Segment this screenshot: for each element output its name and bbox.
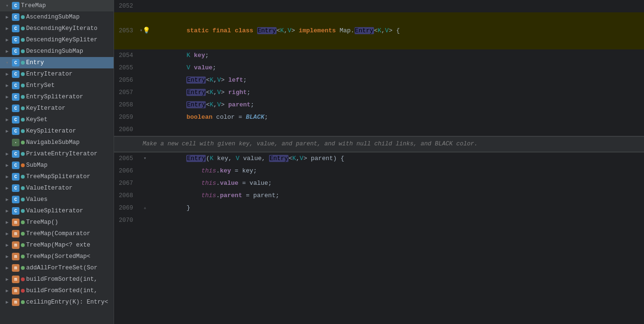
sidebar-item-ceilingEntry[interactable]: ▶mceilingEntry(K): Entry< (0, 296, 114, 308)
line-icons-2054 (138, 49, 152, 62)
line-icons-2056 (138, 74, 152, 86)
line-num-2068: 2068 (114, 190, 138, 202)
dot-indicator-ValueSpliterator (21, 209, 25, 213)
line-num-2067: 2067 (114, 177, 138, 190)
line-icons-2055 (138, 62, 152, 74)
sidebar-item-ValueSpliterator[interactable]: ▶CValueSpliterator (0, 205, 114, 217)
dot-indicator-KeySet (21, 118, 25, 122)
icon-badge-buildFromSorted1: m (12, 276, 19, 283)
code-line-2056: 2056 Entry<K,V> left; (114, 74, 644, 86)
expand-arrow-DescendingSubMap: ▶ (4, 48, 10, 54)
line-num-2055: 2055 (114, 62, 138, 74)
sidebar-item-KeySet[interactable]: ▶CKeySet (0, 114, 114, 125)
icon-badge-ceilingEntry: m (12, 298, 19, 306)
icon-badge-KeyIterator: C (12, 105, 19, 112)
code-line-2058: 2058 Entry<K,V> parent; (114, 99, 644, 111)
icon-badge-ValueSpliterator: C (12, 207, 19, 215)
code-line-2055: 2055 V value; (114, 62, 644, 74)
line-num-2056: 2056 (114, 74, 138, 86)
icon-badge-DescendingKeySpliterator: C (12, 36, 19, 44)
line-num-2059: 2059 (114, 111, 138, 124)
dot-indicator-PrivateEntryIterator (21, 152, 25, 156)
expand-arrow-KeySet: ▶ (4, 117, 10, 123)
line-num-2069: 2069 (114, 202, 138, 214)
line-icons-2060 (138, 124, 152, 136)
dot-indicator-TreeMapConstructor2 (21, 232, 25, 236)
sidebar-item-TreeMapConstructor3[interactable]: ▶mTreeMap(Map<? exte (0, 239, 114, 251)
sidebar-item-label-ValueSpliterator: ValueSpliterator (26, 208, 83, 214)
code-line-2067: 2067 this.value = value; (114, 177, 644, 190)
dot-indicator-EntrySpliterator (21, 95, 25, 99)
line-num-2070: 2070 (114, 214, 138, 227)
sidebar-item-addAllForTreeSet[interactable]: ▶maddAllForTreeSet(Sor (0, 262, 114, 274)
fold-arrow-2069[interactable]: ▵ (144, 202, 146, 214)
sidebar-item-DescendingKeyIterator[interactable]: ▶CDescendingKeyIterato (0, 23, 114, 34)
sidebar-item-label-Entry: Entry (26, 59, 44, 66)
icon-badge-AscendingSubMap: C (12, 13, 19, 21)
sidebar-item-buildFromSorted2[interactable]: ▶mbuildFromSorted(int, (0, 285, 114, 296)
dot-indicator-EntrySet (21, 84, 25, 87)
icon-badge-PrivateEntryIterator: C (12, 150, 19, 158)
sidebar-item-label-TreeMapConstructor4: TreeMap(SortedMap< (26, 253, 90, 260)
sidebar-item-label-EntrySet: EntrySet (26, 82, 55, 89)
sidebar-item-label-DescendingSubMap: DescendingSubMap (26, 48, 83, 55)
sidebar-item-SubMap[interactable]: ▶CSubMap (0, 160, 114, 171)
dot-indicator-ceilingEntry (21, 300, 25, 304)
icon-badge-ValueIterator: C (12, 184, 19, 192)
sidebar-item-TreeMapConstructor1[interactable]: ▶mTreeMap() (0, 217, 114, 228)
sidebar-header[interactable]: ▾ C TreeMap (0, 0, 114, 11)
sidebar-item-DescendingSubMap[interactable]: ▶CDescendingSubMap (0, 46, 114, 57)
sidebar-item-DescendingKeySpliterator[interactable]: ▶CDescendingKeySpliter (0, 34, 114, 46)
sidebar-item-PrivateEntryIterator[interactable]: ▶CPrivateEntryIterator (0, 148, 114, 160)
line-icons-2057 (138, 86, 152, 99)
sidebar-item-buildFromSorted1[interactable]: ▶mbuildFromSorted(int, (0, 274, 114, 285)
code-line-2068: 2068 this.parent = parent; (114, 190, 644, 202)
sidebar-item-KeySpliterator[interactable]: ▶CKeySpliterator (0, 125, 114, 137)
sidebar-item-TreeMapSpliterator[interactable]: ▶CTreeMapSpliterator (0, 171, 114, 182)
sidebar-item-label-DescendingKeyIterator: DescendingKeyIterato (26, 25, 97, 32)
expand-arrow-KeyIterator: ▶ (4, 105, 10, 111)
expand-arrow-Values: ▶ (4, 197, 10, 202)
icon-badge-TreeMapSpliterator: C (12, 173, 19, 181)
line-icons-2053: ▾ 💡 (138, 12, 152, 49)
sidebar-item-Entry[interactable]: ▾CEntry (0, 57, 114, 68)
line-icons-2066 (138, 165, 152, 177)
line-content-2058: Entry<K,V> parent; (152, 99, 644, 111)
line-content-2056: Entry<K,V> left; (152, 74, 644, 86)
sidebar-item-ValueIterator[interactable]: ▶CValueIterator (0, 182, 114, 194)
sidebar-item-label-KeyIterator: KeyIterator (26, 105, 66, 112)
line-content-2057: Entry<K,V> right; (152, 86, 644, 99)
dot-indicator-buildFromSorted2 (21, 289, 25, 293)
dot-indicator-NavigableSubMap (21, 141, 25, 144)
sidebar-item-KeyIterator[interactable]: ▶CKeyIterator (0, 103, 114, 114)
line-num-2060: 2060 (114, 124, 138, 136)
lightbulb-icon-2053[interactable]: 💡 (143, 25, 150, 37)
dot-indicator-TreeMapConstructor3 (21, 243, 25, 247)
expand-arrow-DescendingKeyIterator: ▶ (4, 26, 10, 31)
icon-badge-Entry: C (12, 59, 19, 67)
dot-indicator-EntryIterator (21, 72, 25, 76)
sidebar-item-EntryIterator[interactable]: ▶CEntryIterator (0, 68, 114, 80)
dot-indicator-TreeMapSpliterator (21, 175, 25, 179)
line-num-2058: 2058 (114, 99, 138, 111)
line-icons-2058 (138, 99, 152, 111)
fold-arrow-2065[interactable]: ▾ (144, 152, 146, 165)
sidebar-item-TreeMapConstructor4[interactable]: ▶mTreeMap(SortedMap< (0, 251, 114, 262)
expand-arrow-TreeMapConstructor2: ▶ (4, 231, 10, 237)
dot-indicator-DescendingSubMap (21, 49, 25, 53)
sidebar-item-EntrySet[interactable]: ▶CEntrySet (0, 80, 114, 91)
sidebar-item-TreeMapConstructor2[interactable]: ▶mTreeMap(Comparator (0, 228, 114, 239)
icon-badge-Values: C (12, 196, 19, 203)
code-line-2065: 2065 ▾ Entry(K key, V value, Entry<K,V> … (114, 152, 644, 165)
sidebar-item-Values[interactable]: ▶CValues (0, 194, 114, 205)
code-area[interactable]: 2052 2053 ▾ 💡 static final class Entry<K… (114, 0, 644, 324)
dot-indicator-ValueIterator (21, 186, 25, 190)
expand-arrow-Entry: ▾ (4, 60, 10, 66)
sidebar-item-AscendingSubMap[interactable]: ▶CAscendingSubMap (0, 11, 114, 23)
sidebar-item-EntrySpliterator[interactable]: ▶CEntrySpliterator (0, 91, 114, 103)
line-icons-2070 (138, 214, 152, 227)
line-content-2060 (152, 124, 644, 136)
line-content-2066: this.key = key; (152, 165, 644, 177)
sidebar-item-label-TreeMapConstructor3: TreeMap(Map<? exte (26, 242, 90, 248)
sidebar-item-NavigableSubMap[interactable]: ·NavigableSubMap (0, 137, 114, 148)
